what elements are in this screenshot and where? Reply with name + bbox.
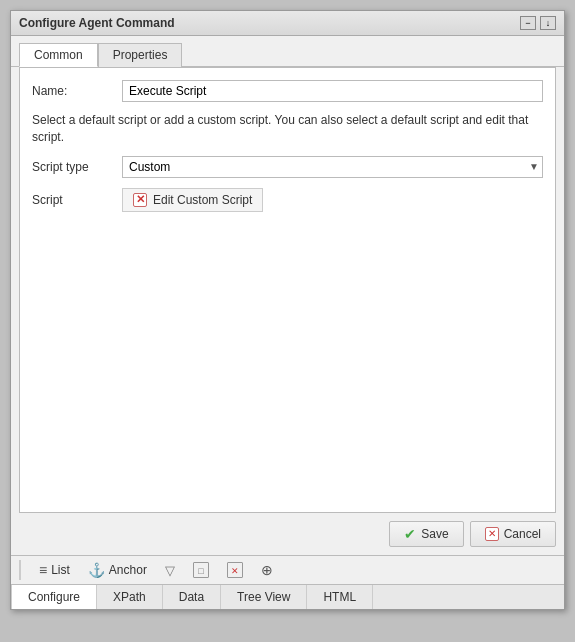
crosshair-icon: [261, 562, 273, 578]
cancel-button[interactable]: ✕ Cancel: [470, 521, 556, 547]
error-icon: ✕: [133, 193, 147, 207]
check-icon: ✔: [404, 526, 416, 542]
script-label: Script: [32, 193, 122, 207]
anchor-button[interactable]: Anchor: [84, 560, 151, 580]
window-title: Configure Agent Command: [19, 16, 175, 30]
anchor-icon: [88, 562, 105, 578]
panel-spacer: [32, 222, 543, 500]
bottom-toolbar: List Anchor ▽ □ ✕: [11, 555, 564, 584]
cut-square-button[interactable]: ✕: [223, 560, 247, 580]
cut-square-icon: ✕: [227, 562, 243, 578]
description-text: Select a default script or add a custom …: [32, 112, 543, 146]
configure-agent-command-window: Configure Agent Command − ↓ Common Prope…: [10, 10, 565, 610]
window-content: Common Properties Name: Select a default…: [11, 36, 564, 609]
main-panel: Name: Select a default script or add a c…: [19, 67, 556, 513]
title-bar: Configure Agent Command − ↓: [11, 11, 564, 36]
nav-tab-data[interactable]: Data: [163, 585, 221, 609]
nav-tab-xpath[interactable]: XPath: [97, 585, 163, 609]
nav-tab-configure[interactable]: Configure: [11, 585, 97, 609]
nav-tabs: Configure XPath Data Tree View HTML: [11, 584, 564, 609]
list-label: List: [51, 563, 70, 577]
filter-button[interactable]: ▽: [161, 561, 179, 580]
script-type-select-wrapper: Custom Default ▼: [122, 156, 543, 178]
action-bar: ✔ Save ✕ Cancel: [11, 513, 564, 555]
script-type-row: Script type Custom Default ▼: [32, 156, 543, 178]
save-label: Save: [421, 527, 448, 541]
pin-button[interactable]: ↓: [540, 16, 556, 30]
script-row: Script ✕ Edit Custom Script: [32, 188, 543, 212]
dashed-square-icon: □: [193, 562, 209, 578]
script-type-label: Script type: [32, 160, 122, 174]
save-button[interactable]: ✔ Save: [389, 521, 463, 547]
nav-tab-tree-view[interactable]: Tree View: [221, 585, 307, 609]
list-icon: [39, 562, 47, 578]
cancel-label: Cancel: [504, 527, 541, 541]
edit-custom-script-label: Edit Custom Script: [153, 193, 252, 207]
minimize-button[interactable]: −: [520, 16, 536, 30]
toolbar-divider: [19, 560, 21, 580]
tab-bar: Common Properties: [11, 36, 564, 67]
nav-tab-html[interactable]: HTML: [307, 585, 373, 609]
name-input[interactable]: [122, 80, 543, 102]
cancel-x-icon: ✕: [485, 527, 499, 541]
list-button[interactable]: List: [35, 560, 74, 580]
edit-custom-script-button[interactable]: ✕ Edit Custom Script: [122, 188, 263, 212]
name-label: Name:: [32, 84, 122, 98]
crosshair-button[interactable]: [257, 560, 277, 580]
tab-properties[interactable]: Properties: [98, 43, 183, 67]
filter-icon: ▽: [165, 563, 175, 578]
tab-common[interactable]: Common: [19, 43, 98, 67]
square-button[interactable]: □: [189, 560, 213, 580]
anchor-label: Anchor: [109, 563, 147, 577]
script-type-select[interactable]: Custom Default: [122, 156, 543, 178]
name-row: Name:: [32, 80, 543, 102]
title-bar-buttons: − ↓: [520, 16, 556, 30]
